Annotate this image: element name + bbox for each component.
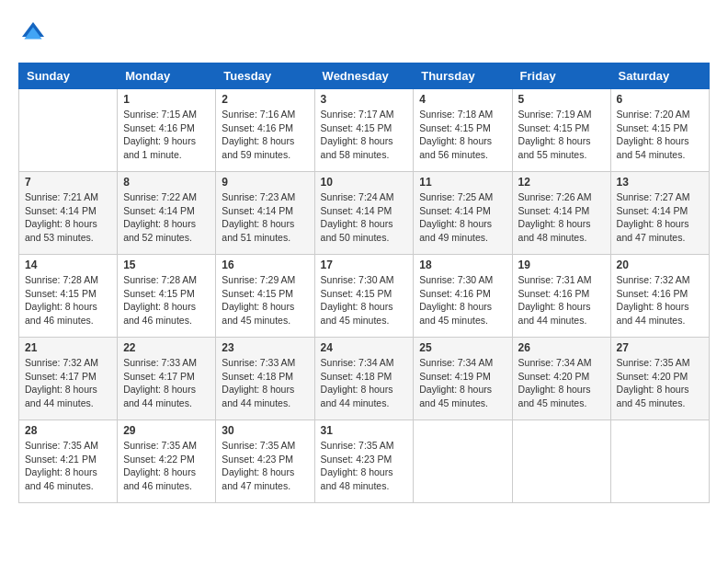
cell-content: Sunrise: 7:27 AM Sunset: 4:14 PM Dayligh…: [617, 190, 703, 245]
calendar-cell: 4Sunrise: 7:18 AM Sunset: 4:15 PM Daylig…: [414, 89, 512, 172]
cell-content: Sunrise: 7:29 AM Sunset: 4:15 PM Dayligh…: [222, 273, 308, 327]
day-number: 13: [617, 176, 703, 189]
week-row-2: 7Sunrise: 7:21 AM Sunset: 4:14 PM Daylig…: [19, 172, 710, 255]
calendar-cell: 16Sunrise: 7:29 AM Sunset: 4:15 PM Dayli…: [216, 255, 314, 338]
day-number: 8: [123, 176, 210, 189]
calendar-cell: 15Sunrise: 7:28 AM Sunset: 4:15 PM Dayli…: [118, 255, 216, 338]
calendar-cell: 17Sunrise: 7:30 AM Sunset: 4:15 PM Dayli…: [314, 255, 414, 338]
day-number: 1: [123, 93, 210, 106]
cell-content: Sunrise: 7:31 AM Sunset: 4:16 PM Dayligh…: [518, 273, 605, 327]
calendar-cell: [512, 420, 610, 503]
calendar-cell: 9Sunrise: 7:23 AM Sunset: 4:14 PM Daylig…: [216, 172, 314, 255]
cell-content: Sunrise: 7:34 AM Sunset: 4:18 PM Dayligh…: [321, 356, 408, 410]
calendar-cell: 31Sunrise: 7:35 AM Sunset: 4:23 PM Dayli…: [314, 420, 414, 503]
calendar-cell: 1Sunrise: 7:15 AM Sunset: 4:16 PM Daylig…: [118, 89, 216, 172]
day-number: 26: [518, 341, 605, 354]
calendar-cell: 20Sunrise: 7:32 AM Sunset: 4:16 PM Dayli…: [610, 255, 709, 338]
day-number: 6: [617, 93, 703, 106]
calendar-cell: 25Sunrise: 7:34 AM Sunset: 4:19 PM Dayli…: [414, 338, 512, 420]
weekday-header-tuesday: Tuesday: [216, 63, 314, 89]
weekday-header-thursday: Thursday: [414, 63, 512, 89]
day-number: 2: [222, 93, 308, 106]
cell-content: Sunrise: 7:33 AM Sunset: 4:17 PM Dayligh…: [123, 356, 210, 410]
logo-icon: [18, 18, 48, 48]
day-number: 18: [419, 259, 506, 271]
cell-content: Sunrise: 7:35 AM Sunset: 4:20 PM Dayligh…: [617, 356, 703, 410]
weekday-header-friday: Friday: [512, 63, 610, 89]
calendar-cell: 13Sunrise: 7:27 AM Sunset: 4:14 PM Dayli…: [610, 172, 709, 255]
day-number: 11: [419, 176, 506, 189]
day-number: 7: [25, 176, 111, 189]
cell-content: Sunrise: 7:35 AM Sunset: 4:23 PM Dayligh…: [222, 439, 308, 493]
day-number: 23: [222, 341, 308, 354]
day-number: 12: [518, 176, 605, 189]
cell-content: Sunrise: 7:22 AM Sunset: 4:14 PM Dayligh…: [123, 190, 210, 245]
calendar-cell: 3Sunrise: 7:17 AM Sunset: 4:15 PM Daylig…: [314, 89, 414, 172]
day-number: 20: [617, 259, 703, 271]
calendar-cell: 26Sunrise: 7:34 AM Sunset: 4:20 PM Dayli…: [512, 338, 610, 420]
cell-content: Sunrise: 7:21 AM Sunset: 4:14 PM Dayligh…: [25, 190, 111, 245]
cell-content: Sunrise: 7:28 AM Sunset: 4:15 PM Dayligh…: [123, 273, 210, 327]
cell-content: Sunrise: 7:25 AM Sunset: 4:14 PM Dayligh…: [419, 190, 506, 245]
day-number: 4: [419, 93, 506, 106]
page-header: [18, 18, 710, 48]
cell-content: Sunrise: 7:32 AM Sunset: 4:17 PM Dayligh…: [25, 356, 111, 410]
calendar-cell: 23Sunrise: 7:33 AM Sunset: 4:18 PM Dayli…: [216, 338, 314, 420]
cell-content: Sunrise: 7:24 AM Sunset: 4:14 PM Dayligh…: [321, 190, 408, 245]
cell-content: Sunrise: 7:16 AM Sunset: 4:16 PM Dayligh…: [222, 108, 308, 162]
cell-content: Sunrise: 7:15 AM Sunset: 4:16 PM Dayligh…: [123, 108, 210, 162]
calendar: SundayMondayTuesdayWednesdayThursdayFrid…: [18, 63, 710, 503]
calendar-cell: 18Sunrise: 7:30 AM Sunset: 4:16 PM Dayli…: [414, 255, 512, 338]
cell-content: Sunrise: 7:28 AM Sunset: 4:15 PM Dayligh…: [25, 273, 111, 327]
cell-content: Sunrise: 7:17 AM Sunset: 4:15 PM Dayligh…: [321, 108, 408, 162]
calendar-cell: 24Sunrise: 7:34 AM Sunset: 4:18 PM Dayli…: [314, 338, 414, 420]
week-row-1: 1Sunrise: 7:15 AM Sunset: 4:16 PM Daylig…: [19, 89, 710, 172]
calendar-cell: [19, 89, 118, 172]
calendar-cell: 14Sunrise: 7:28 AM Sunset: 4:15 PM Dayli…: [19, 255, 118, 338]
calendar-cell: 7Sunrise: 7:21 AM Sunset: 4:14 PM Daylig…: [19, 172, 118, 255]
calendar-cell: 19Sunrise: 7:31 AM Sunset: 4:16 PM Dayli…: [512, 255, 610, 338]
day-number: 31: [321, 424, 408, 437]
calendar-cell: 27Sunrise: 7:35 AM Sunset: 4:20 PM Dayli…: [610, 338, 709, 420]
cell-content: Sunrise: 7:18 AM Sunset: 4:15 PM Dayligh…: [419, 108, 506, 162]
day-number: 28: [25, 424, 111, 437]
day-number: 29: [123, 424, 210, 437]
cell-content: Sunrise: 7:23 AM Sunset: 4:14 PM Dayligh…: [222, 190, 308, 245]
cell-content: Sunrise: 7:33 AM Sunset: 4:18 PM Dayligh…: [222, 356, 308, 410]
cell-content: Sunrise: 7:19 AM Sunset: 4:15 PM Dayligh…: [518, 108, 605, 162]
calendar-cell: 10Sunrise: 7:24 AM Sunset: 4:14 PM Dayli…: [314, 172, 414, 255]
cell-content: Sunrise: 7:35 AM Sunset: 4:21 PM Dayligh…: [25, 439, 111, 493]
calendar-cell: [414, 420, 512, 503]
day-number: 17: [321, 259, 408, 271]
cell-content: Sunrise: 7:30 AM Sunset: 4:15 PM Dayligh…: [321, 273, 408, 327]
cell-content: Sunrise: 7:35 AM Sunset: 4:23 PM Dayligh…: [321, 439, 408, 493]
day-number: 27: [617, 341, 703, 354]
cell-content: Sunrise: 7:30 AM Sunset: 4:16 PM Dayligh…: [419, 273, 506, 327]
calendar-cell: 11Sunrise: 7:25 AM Sunset: 4:14 PM Dayli…: [414, 172, 512, 255]
day-number: 22: [123, 341, 210, 354]
day-number: 16: [222, 259, 308, 271]
calendar-cell: 22Sunrise: 7:33 AM Sunset: 4:17 PM Dayli…: [118, 338, 216, 420]
weekday-header-monday: Monday: [118, 63, 216, 89]
day-number: 14: [25, 259, 111, 271]
calendar-cell: 28Sunrise: 7:35 AM Sunset: 4:21 PM Dayli…: [19, 420, 118, 503]
day-number: 19: [518, 259, 605, 271]
calendar-cell: 30Sunrise: 7:35 AM Sunset: 4:23 PM Dayli…: [216, 420, 314, 503]
weekday-header-row: SundayMondayTuesdayWednesdayThursdayFrid…: [19, 63, 710, 89]
week-row-5: 28Sunrise: 7:35 AM Sunset: 4:21 PM Dayli…: [19, 420, 710, 503]
logo: [18, 18, 51, 48]
cell-content: Sunrise: 7:26 AM Sunset: 4:14 PM Dayligh…: [518, 190, 605, 245]
cell-content: Sunrise: 7:34 AM Sunset: 4:20 PM Dayligh…: [518, 356, 605, 410]
calendar-cell: 6Sunrise: 7:20 AM Sunset: 4:15 PM Daylig…: [610, 89, 709, 172]
calendar-cell: 21Sunrise: 7:32 AM Sunset: 4:17 PM Dayli…: [19, 338, 118, 420]
weekday-header-saturday: Saturday: [610, 63, 709, 89]
day-number: 10: [321, 176, 408, 189]
calendar-cell: [610, 420, 709, 503]
cell-content: Sunrise: 7:34 AM Sunset: 4:19 PM Dayligh…: [419, 356, 506, 410]
calendar-cell: 2Sunrise: 7:16 AM Sunset: 4:16 PM Daylig…: [216, 89, 314, 172]
calendar-cell: 5Sunrise: 7:19 AM Sunset: 4:15 PM Daylig…: [512, 89, 610, 172]
weekday-header-sunday: Sunday: [19, 63, 118, 89]
day-number: 9: [222, 176, 308, 189]
day-number: 3: [321, 93, 408, 106]
calendar-cell: 8Sunrise: 7:22 AM Sunset: 4:14 PM Daylig…: [118, 172, 216, 255]
